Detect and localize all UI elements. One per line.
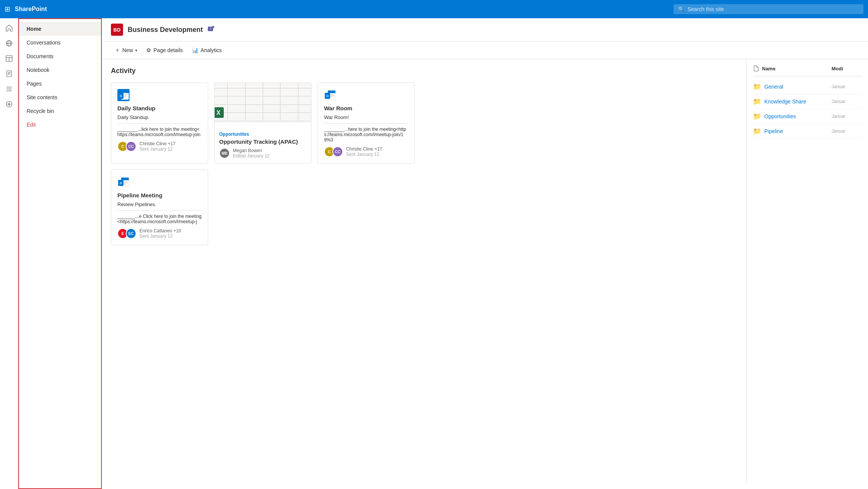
files-panel: Name Modi 📁 General Januar 📁 Knowledge S… [746,59,868,484]
files-col-name: Name [762,66,828,71]
toolbar: ＋ New ▾ ⚙ Page details 📊 Analytics [102,41,868,59]
sidebar-item-documents[interactable]: Documents [19,49,101,63]
card-war-room-desc: War Room! [324,114,408,120]
card-pipeline-link: _______...e Click here to join the meeti… [117,214,202,224]
file-row-general[interactable]: 📁 General Januar [753,79,862,94]
card-date: Sent January 12 [139,146,175,152]
rail-page-icon[interactable] [2,67,16,81]
card-opp-date: Edited January 12 [233,153,270,159]
svg-rect-39 [121,178,129,180]
card-daily-standup-link: ________...lick here to join the meeting… [117,127,202,137]
card-war-room-title: War Room [324,105,408,111]
excel-card-body: Opportunities Opportunity Tracking (APAC… [215,127,311,163]
sidebar-item-home[interactable]: Home [19,22,101,36]
sidebar-item-edit[interactable]: Edit [19,118,101,132]
pipeline-outlook-icon: O [117,176,130,188]
file-name-general: General [764,84,828,90]
card-wr-user-info: Christie Cline +17 Sent January 12 [346,146,382,157]
card-daily-standup-footer: C CC Christie Cline +17 Sent January 12 [117,141,202,152]
card-opp-footer: MB Megan Bowen Edited January 12 [219,148,307,159]
topbar: ⊞ SharePoint 🔍 [0,0,868,18]
plus-icon: ＋ [115,47,120,54]
card-pm-user: Enrico Cattaneo +10 [139,228,181,233]
card-opp-user: Megan Bowen [233,148,270,153]
analytics-label: Analytics [201,47,222,53]
card-pipeline-meeting[interactable]: O Pipeline Meeting Review Pipelines. ___… [111,170,208,245]
sidebar-item-recycle-bin[interactable]: Recycle bin [19,104,101,118]
rail-home-icon[interactable] [2,21,16,35]
page-details-button[interactable]: ⚙ Page details [142,45,187,56]
site-header: BD Business Development T T [102,18,868,41]
card-opportunities[interactable]: X Opportunities Opportunity Tracking (AP… [214,83,311,164]
card-opp-user-info: Megan Bowen Edited January 12 [233,148,270,159]
svg-text:O: O [326,94,329,98]
search-input[interactable] [688,6,859,12]
card-daily-standup-title: Daily Standup [117,105,202,111]
card-user-info: Christie Cline +17 Sent January 12 [139,141,175,152]
card-daily-standup-desc: Daily Standup. [117,114,202,120]
card-pipeline-footer: E EC Enrico Cattaneo +10 Sent January 12 [117,228,202,239]
activity-section: Activity O [102,59,746,484]
file-row-pipeline[interactable]: 📁 Pipeline Januar [753,124,862,139]
card-label: Opportunities [219,132,307,137]
svg-rect-6 [7,71,11,77]
file-row-opportunities[interactable]: 📁 Opportunities Januar [753,109,862,124]
teams-icon[interactable]: T T [207,25,215,35]
excel-preview: X [214,83,311,122]
card-opp-title: Opportunity Tracking (APAC) [219,138,307,145]
folder-icon-pip: 📁 [753,127,761,135]
excel-grid [214,83,311,122]
card-user-name: Christie Cline +17 [139,141,175,146]
analytics-button[interactable]: 📊 Analytics [188,45,226,56]
card-pm-user-info: Enrico Cattaneo +10 Sent January 12 [139,228,181,239]
file-modified-opp: Januar [832,114,862,119]
rail-list-icon[interactable] [2,82,16,96]
rail-globe-icon[interactable] [2,37,16,50]
files-col-modified: Modi [832,66,862,71]
avatar-pm-ec: EC [126,228,136,239]
svg-rect-32 [328,90,335,93]
file-name-opportunities: Opportunities [764,113,828,119]
page-details-label: Page details [153,47,183,53]
avatar-cc: CC [126,141,136,152]
sidebar-item-conversations[interactable]: Conversations [19,36,101,49]
avatar-group: C CC [117,141,136,152]
grid-icon[interactable]: ⊞ [5,5,10,13]
new-label: New [122,47,133,53]
folder-icon-opp: 📁 [753,112,761,121]
search-box[interactable]: 🔍 [674,4,863,14]
avatar-group-mb: MB [219,148,230,159]
svg-text:X: X [217,110,221,116]
gear-icon: ⚙ [146,47,151,53]
svg-text:O: O [120,94,122,98]
app-logo: SharePoint [15,6,47,13]
file-name-knowledge-share: Knowledge Share [764,98,828,105]
folder-icon: 📁 [753,83,761,91]
chevron-down-icon: ▾ [135,48,137,52]
sidebar-item-site-contents[interactable]: Site contents [19,90,101,104]
card-pipeline-title: Pipeline Meeting [117,192,202,198]
file-modified-pip: Januar [832,129,862,134]
sidebar-item-pages[interactable]: Pages [19,77,101,90]
avatar-wr-cc: CC [332,146,343,157]
outlook-icon: O O [117,89,130,101]
card-war-room[interactable]: O War Room War Room! ________...here to … [318,83,415,164]
svg-text:O: O [120,181,122,185]
file-name-pipeline: Pipeline [764,128,828,134]
sidebar-item-notebook[interactable]: Notebook [19,63,101,77]
excel-icon: X [214,107,224,119]
card-daily-standup[interactable]: O O Daily Standup Daily Standup. ______ [111,83,208,164]
rail-table-icon[interactable] [2,52,16,65]
file-modified-general: Januar [832,84,862,89]
war-room-outlook-icon: O [324,89,336,101]
new-button[interactable]: ＋ New ▾ [111,44,141,56]
card-wr-user: Christie Cline +17 [346,146,382,152]
card-pm-date: Sent January 12 [139,233,181,239]
rail-add-icon[interactable] [2,97,16,111]
card-wr-date: Sent January 12 [346,152,382,157]
card-war-room-footer: C CC Christie Cline +17 Sent January 12 [324,146,408,157]
file-row-knowledge-share[interactable]: 📁 Knowledge Share Januar [753,94,862,109]
sidebar: Home Conversations Documents Notebook Pa… [18,18,102,489]
activity-title: Activity [111,67,737,75]
search-icon: 🔍 [678,6,685,12]
